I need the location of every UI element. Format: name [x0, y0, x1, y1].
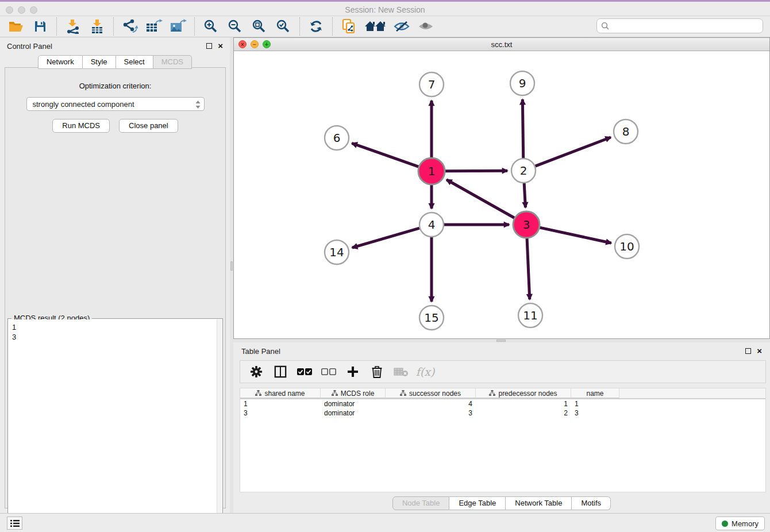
tab-style[interactable]: Style	[83, 55, 116, 69]
import-table-icon[interactable]	[88, 18, 106, 35]
tab-motifs[interactable]: Motifs	[572, 496, 611, 510]
graph-edge-3-11[interactable]	[527, 238, 530, 299]
delete-column-trash-icon[interactable]	[369, 364, 385, 380]
criterion-dropdown[interactable]: strongly connected component	[26, 97, 205, 111]
table-row[interactable]: 1 dominator 4 1 1	[240, 399, 765, 408]
graph-node-label-14: 14	[329, 245, 344, 259]
cell-mcds-role[interactable]: dominator	[321, 408, 386, 418]
network-view-window: × − + scc.txt 7968124314101511	[233, 37, 770, 339]
node-table: shared name MCDS role successor nodes pr…	[240, 388, 766, 492]
export-image-icon[interactable]	[169, 18, 187, 35]
graph-node-label-7: 7	[428, 78, 436, 91]
show-column-selector-icon[interactable]	[272, 364, 288, 380]
graph-edge-2-9[interactable]	[522, 99, 523, 158]
tab-network-table[interactable]: Network Table	[506, 496, 572, 510]
zoom-fit-icon[interactable]	[250, 18, 268, 35]
table-row[interactable]: 3 dominator 3 2 3	[240, 408, 765, 418]
optimization-criterion-label: Optimization criterion:	[5, 82, 225, 90]
delete-table-icon[interactable]	[393, 364, 409, 380]
cell-shared-name[interactable]: 1	[240, 399, 321, 408]
tab-node-table[interactable]: Node Table	[392, 496, 450, 510]
graph-edge-3-1[interactable]	[446, 180, 514, 218]
float-panel-icon[interactable]	[206, 43, 212, 49]
network-canvas[interactable]: 7968124314101511	[234, 51, 769, 338]
column-header-successor-nodes[interactable]: successor nodes	[386, 388, 476, 398]
graph-edge-2-3[interactable]	[524, 183, 525, 207]
column-header-predecessor-nodes[interactable]: predecessor nodes	[476, 388, 571, 398]
cell-predecessor-nodes[interactable]: 1	[476, 399, 571, 408]
close-table-panel-icon[interactable]: ×	[757, 348, 762, 354]
memory-button[interactable]: Memory	[715, 516, 765, 530]
cell-shared-name[interactable]: 3	[240, 408, 321, 418]
column-type-icon	[489, 390, 495, 396]
graph-edge-1-6[interactable]	[352, 143, 418, 167]
zoom-selected-icon[interactable]	[274, 18, 292, 35]
table-settings-gear-icon[interactable]	[248, 364, 264, 380]
zoom-out-icon[interactable]	[226, 18, 244, 35]
run-mcds-button[interactable]: Run MCDS	[52, 119, 110, 133]
column-header-mcds-role[interactable]: MCDS role	[321, 388, 386, 398]
close-panel-icon[interactable]: ×	[218, 43, 223, 49]
network-window-titlebar[interactable]: × − + scc.txt	[234, 38, 769, 51]
save-session-icon[interactable]	[31, 18, 49, 35]
unselect-all-columns-icon[interactable]	[321, 364, 337, 380]
function-builder-icon[interactable]: f(x)	[417, 364, 433, 380]
column-header-shared-name[interactable]: shared name	[240, 388, 321, 398]
graph-node-label-4: 4	[428, 218, 436, 232]
open-session-icon[interactable]	[7, 18, 25, 35]
application-window: Session: New Session	[0, 0, 770, 532]
import-network-icon[interactable]	[64, 18, 82, 35]
network-window-title: scc.txt	[234, 40, 769, 49]
list-icon	[10, 519, 20, 527]
graph-node-label-11: 11	[523, 309, 537, 322]
cell-name[interactable]: 1	[571, 399, 619, 408]
mcds-result-scrollbar[interactable]	[217, 319, 222, 532]
home-icon[interactable]	[364, 18, 387, 35]
network-from-file-icon[interactable]	[340, 18, 358, 35]
tab-edge-table[interactable]: Edge Table	[449, 496, 506, 510]
graph-node-label-15: 15	[424, 311, 438, 325]
column-header-name[interactable]: name	[571, 388, 619, 398]
create-column-plus-icon[interactable]	[345, 364, 361, 380]
select-all-columns-icon[interactable]	[297, 364, 313, 380]
cell-predecessor-nodes[interactable]: 2	[476, 408, 571, 418]
cell-mcds-role[interactable]: dominator	[321, 399, 386, 408]
search-input[interactable]	[612, 20, 763, 32]
graph-edge-4-14[interactable]	[352, 228, 419, 248]
show-eye-icon[interactable]	[417, 18, 435, 35]
tab-network[interactable]: Network	[38, 55, 83, 69]
table-toolbar: f(x)	[240, 360, 766, 383]
splitter-grip[interactable]	[496, 340, 506, 342]
splitter-grip[interactable]	[230, 261, 233, 271]
graph-node-label-1: 1	[428, 164, 436, 178]
graph-node-label-3: 3	[523, 218, 530, 232]
export-table-icon[interactable]	[145, 18, 163, 35]
search-field[interactable]	[596, 18, 763, 33]
zoom-in-icon[interactable]	[202, 18, 220, 35]
task-history-button[interactable]	[7, 516, 22, 530]
mcds-result-list[interactable]: 1 3	[9, 319, 217, 532]
tab-select[interactable]: Select	[116, 55, 153, 69]
hide-eye-icon[interactable]	[392, 18, 411, 35]
table-tabs: Node Table Edge Table Network Table Moti…	[233, 496, 770, 510]
cell-successor-nodes[interactable]: 3	[386, 408, 476, 418]
window-title: Session: New Session	[0, 5, 770, 14]
cell-name[interactable]: 3	[571, 408, 619, 418]
graph-edge-2-8[interactable]	[536, 137, 611, 166]
control-panel-tabs: Network Style Select MCDS	[0, 55, 230, 69]
cell-successor-nodes[interactable]: 4	[386, 399, 476, 408]
control-panel-title: Control Panel	[7, 42, 52, 51]
table-panel: Table Panel ×	[233, 342, 770, 513]
graph-edge-1-2[interactable]	[445, 171, 507, 171]
memory-label: Memory	[732, 519, 759, 528]
tab-mcds[interactable]: MCDS	[153, 55, 192, 69]
column-type-icon	[255, 390, 261, 396]
export-network-icon[interactable]	[121, 18, 139, 35]
graph[interactable]: 7968124314101511	[234, 51, 769, 338]
graph-edge-3-10[interactable]	[540, 228, 611, 243]
apply-layout-icon[interactable]	[307, 18, 325, 35]
mcds-result-groupbox: MCDS result (2 nodes) 1 3	[7, 318, 223, 532]
float-table-panel-icon[interactable]	[745, 348, 751, 354]
criterion-value: strongly connected component	[33, 100, 134, 109]
close-panel-button[interactable]: Close panel	[119, 119, 178, 133]
